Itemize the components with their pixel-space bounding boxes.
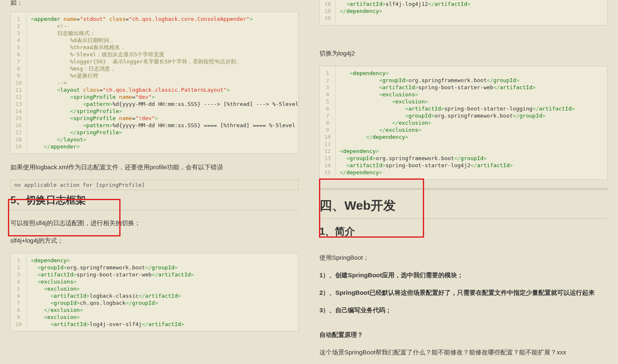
section-divider <box>319 188 608 190</box>
heading-switch-log: 5、切换日志框架 <box>10 193 299 211</box>
para-use-springboot: 使用SpringBoot； <box>319 253 608 263</box>
para-switch-log4j2: 切换为log4j2 <box>319 48 608 58</box>
step-3: 3）、自己编写业务代码； <box>319 305 608 315</box>
right-column: 181920 <artifactId>slf4j-log4j12</artifa… <box>309 0 618 364</box>
intro-text: 如： <box>10 0 299 8</box>
para-slf4j-switch: 可以按照slf4j的日志适配图，进行相关的切换； <box>10 218 299 228</box>
code-block-4[interactable]: 123456789101112131415 <dependency> <grou… <box>319 66 608 180</box>
para-logback: 如果使用logback.xml作为日志配置文件，还要使用profile功能，会有… <box>10 162 299 172</box>
code-block-1[interactable]: 12345678910111213141516171819 <appender … <box>10 12 299 154</box>
question-auto-config: 自动配置原理？ <box>319 330 608 340</box>
heading-web-dev: 四、Web开发 <box>319 197 608 219</box>
step-2: 2）、SpringBoot已经默认将这些场景配置好了，只需要在配置文件中指定少量… <box>319 288 608 298</box>
question-details: 这个场景SpringBoot帮我们配置了什么？能不能修改？能修改哪些配置？能不能… <box>319 347 608 357</box>
left-column: 如： 12345678910111213141516171819 <append… <box>0 0 309 364</box>
step-1: 1）、创建SpringBoot应用，选中我们需要的模块； <box>319 270 608 280</box>
para-slf4j-log4j: slf4j+log4j的方式； <box>10 236 299 246</box>
heading-intro: 1、简介 <box>319 225 608 238</box>
error-box: no applicable action for [springProfile] <box>10 180 299 190</box>
code-block-3[interactable]: 181920 <artifactId>slf4j-log4j12</artifa… <box>319 0 608 25</box>
code-block-2[interactable]: 12345678910 <dependency> <groupId>org.sp… <box>10 253 299 331</box>
